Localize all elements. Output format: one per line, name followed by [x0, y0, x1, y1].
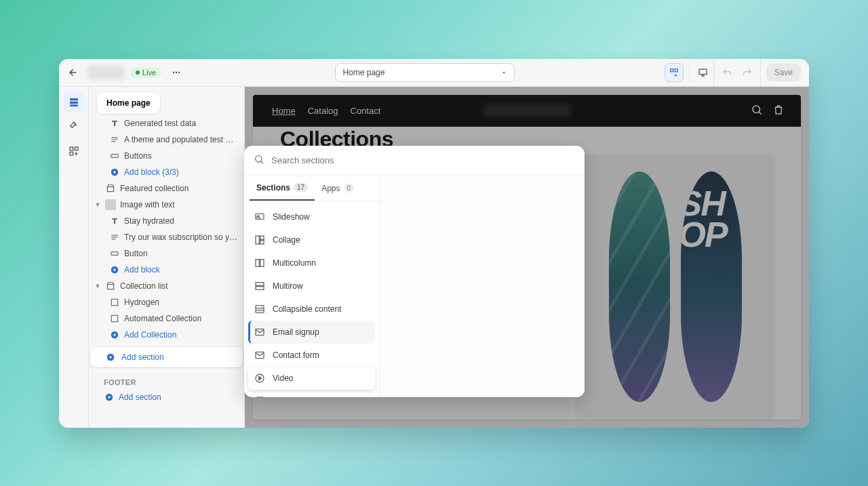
svg-rect-39	[256, 286, 264, 289]
svg-rect-15	[111, 154, 119, 157]
add-section-button[interactable]: Add section	[90, 347, 243, 367]
desktop-viewport-button[interactable]	[689, 63, 708, 82]
search-icon[interactable]	[751, 104, 763, 118]
page-selector-label: Home page	[342, 68, 384, 77]
svg-rect-10	[75, 147, 78, 150]
chevron-down-icon[interactable]: ▼	[94, 283, 101, 289]
collection-icon	[105, 183, 116, 194]
section-item-multicolumn[interactable]: Multicolumn	[248, 251, 375, 275]
section-inspector-button[interactable]	[665, 63, 684, 82]
svg-rect-5	[699, 69, 707, 75]
section-item-collapsible[interactable]: Collapsible content	[248, 298, 375, 321]
svg-point-0	[173, 71, 174, 73]
chevron-down-icon	[500, 69, 507, 76]
snowboard-shopify	[681, 171, 742, 402]
footer-add-section[interactable]: Add section	[89, 389, 244, 405]
search-icon	[254, 154, 264, 167]
tree-block-button[interactable]: Button	[89, 245, 244, 262]
list-icon	[254, 303, 266, 315]
svg-rect-4	[675, 68, 677, 71]
plus-circle-icon	[105, 352, 116, 363]
tree-section-collection-list[interactable]: ▼ Collection list	[89, 278, 244, 294]
plus-circle-icon	[109, 264, 120, 275]
multicolumn-icon	[254, 257, 266, 269]
nav-contact[interactable]: Contact	[351, 106, 381, 116]
collage-icon	[254, 234, 266, 246]
rail-sections-icon[interactable]	[64, 92, 84, 113]
tree-block-automated-collection[interactable]: Automated Collection	[89, 310, 244, 327]
section-item-contact-form[interactable]: Contact form	[248, 344, 375, 367]
svg-rect-3	[670, 68, 673, 71]
section-item-video[interactable]: Video	[248, 367, 375, 390]
sections-sidebar: Home page Generated test data A theme an…	[89, 87, 245, 428]
collection-icon	[105, 281, 116, 291]
tree-block-hydrogen[interactable]: Hydrogen	[89, 294, 244, 310]
svg-rect-11	[70, 152, 73, 155]
section-item-blog-posts[interactable]: Blog posts	[248, 390, 375, 397]
live-label: Live	[142, 68, 156, 77]
svg-point-1	[176, 71, 177, 73]
tree-block-generated-data[interactable]: Generated test data	[89, 115, 244, 131]
add-block[interactable]: Add block	[89, 262, 244, 278]
svg-rect-7	[70, 101, 78, 103]
theme-name-blurred	[87, 65, 125, 80]
snowboard-product-image	[575, 155, 775, 419]
section-item-collage[interactable]: Collage	[248, 228, 375, 251]
tree-block-wax-subscription[interactable]: Try our wax subscription so y…	[89, 229, 244, 245]
svg-rect-34	[260, 236, 264, 239]
svg-rect-8	[70, 104, 78, 106]
tree-block-theme-populated[interactable]: A theme and populated test …	[89, 131, 244, 148]
live-dot-icon	[136, 70, 140, 75]
sidebar-title-chip: Home page	[97, 92, 160, 114]
tree-block-stay-hydrated[interactable]: Stay hydrated	[89, 213, 244, 229]
rail-apps-icon[interactable]	[64, 141, 84, 161]
svg-rect-38	[256, 282, 264, 285]
svg-rect-33	[256, 236, 259, 244]
tree-section-featured-collection[interactable]: Featured collection	[89, 180, 244, 197]
svg-point-2	[178, 71, 180, 73]
nav-catalog[interactable]: Catalog	[308, 106, 338, 116]
page-selector[interactable]: Home page	[335, 63, 515, 82]
plus-circle-icon	[104, 392, 115, 403]
tree-block-buttons[interactable]: Buttons	[89, 148, 244, 164]
frame-icon	[109, 313, 120, 324]
add-block-counted[interactable]: Add block (3/3)	[89, 164, 244, 180]
exit-button[interactable]	[63, 63, 82, 82]
button-icon	[109, 150, 120, 161]
tab-apps[interactable]: Apps 0	[315, 176, 361, 201]
store-logo-blurred	[483, 104, 571, 117]
svg-rect-35	[260, 240, 264, 243]
section-item-multirow[interactable]: Multirow	[248, 275, 375, 298]
chevron-down-icon[interactable]: ▼	[94, 201, 101, 208]
text-icon	[109, 118, 120, 129]
rail-theme-settings-icon[interactable]	[64, 117, 84, 137]
svg-point-27	[753, 106, 760, 113]
multirow-icon	[254, 280, 266, 292]
save-button[interactable]: Save	[766, 64, 801, 81]
live-status-badge: Live	[130, 67, 161, 78]
svg-line-30	[261, 161, 263, 163]
envelope-icon	[254, 349, 266, 361]
paragraph-icon	[109, 232, 120, 243]
store-header: Home Catalog Contact	[253, 95, 801, 127]
section-item-slideshow[interactable]: Slideshow	[248, 205, 375, 228]
tree-section-image-with-text[interactable]: ▼ Image with text	[89, 197, 244, 213]
undo-button[interactable]	[719, 64, 736, 81]
text-icon	[109, 216, 120, 226]
plus-circle-icon	[109, 167, 120, 178]
snowboard-green	[609, 171, 670, 402]
envelope-icon	[254, 326, 266, 338]
redo-button[interactable]	[738, 64, 755, 81]
search-sections-input[interactable]	[271, 155, 575, 165]
plus-circle-icon	[109, 329, 120, 340]
svg-rect-36	[256, 259, 259, 266]
slideshow-icon	[254, 211, 266, 223]
more-button[interactable]	[167, 63, 186, 82]
section-preview-pane	[380, 176, 585, 397]
tab-sections[interactable]: Sections 17	[250, 176, 315, 201]
add-collection[interactable]: Add Collection	[89, 327, 244, 343]
frame-icon	[109, 297, 120, 308]
nav-home[interactable]: Home	[272, 106, 296, 116]
section-item-email-signup[interactable]: Email signup	[248, 321, 375, 344]
cart-icon[interactable]	[772, 104, 785, 118]
